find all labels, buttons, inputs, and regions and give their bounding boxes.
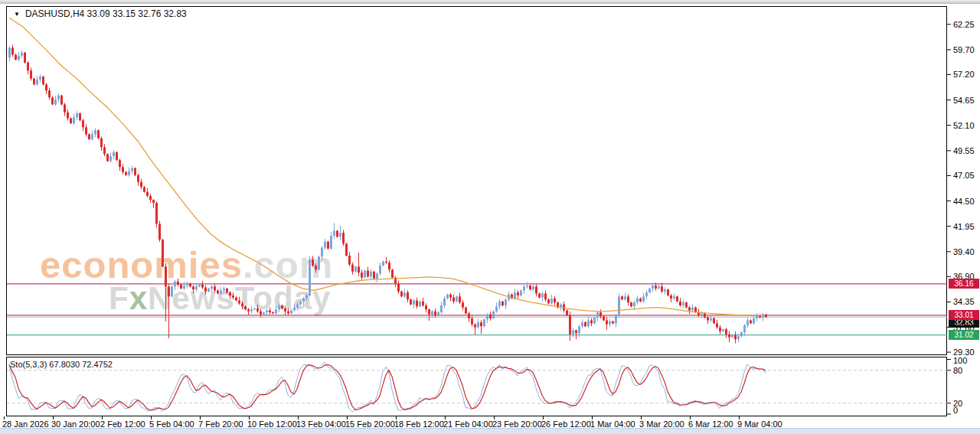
date-axis-label: 5 Feb 04:00 (149, 419, 194, 429)
date-axis-label: 23 Feb 20:00 (492, 419, 542, 429)
date-axis-label: 2 Feb 12:00 (100, 419, 145, 429)
price-axis-label: 57.20 (953, 70, 975, 79)
watermark-site-line: FxNewsToday (109, 280, 331, 317)
window-bottom-strip (0, 428, 980, 434)
date-axis-label: 18 Feb 12:00 (394, 419, 444, 429)
price-badge-support: 33.01 (949, 310, 979, 320)
stoch-axis-label: 100 (953, 356, 967, 365)
price-axis-label: 34.35 (953, 297, 975, 306)
stoch-axis-label: 80 (953, 366, 962, 375)
date-axis-label: 1 Mar 04:00 (590, 419, 635, 429)
price-axis-label: 62.25 (953, 20, 975, 29)
price-axis-label: 54.65 (953, 96, 975, 105)
price-badge-support: 31.02 (949, 330, 979, 340)
date-axis-label: 7 Feb 20:00 (198, 419, 243, 429)
symbol-dropdown-icon[interactable]: ▼ (14, 11, 20, 18)
date-axis-label: 9 Mar 04:00 (737, 419, 782, 429)
stochastic-indicator-label: Sto(5,3,3) 67.8030 72.4752 (10, 360, 113, 369)
stochastic-panel[interactable] (6, 357, 947, 416)
price-axis-label: 44.50 (953, 197, 975, 206)
price-axis-label: 39.40 (953, 247, 975, 256)
price-axis-label: 59.70 (953, 45, 975, 54)
date-axis-label: 6 Mar 12:00 (688, 419, 733, 429)
date-axis-label: 15 Feb 20:00 (345, 419, 395, 429)
date-axis-label: 13 Feb 04:00 (296, 419, 346, 429)
date-axis-label: 21 Feb 04:00 (443, 419, 493, 429)
price-axis-label: 52.10 (953, 121, 975, 130)
price-badge-resistance: 36.16 (949, 279, 979, 289)
date-axis-label: 30 Jan 20:00 (51, 419, 100, 429)
symbol-ohlc-title: DASHUSD,H4 33.09 33.15 32.76 32.83 (25, 8, 187, 19)
date-axis-label: 3 Mar 20:00 (639, 419, 684, 429)
date-axis-label: 26 Feb 12:00 (541, 419, 591, 429)
date-axis-label: 28 Jan 2026 (2, 419, 49, 429)
date-axis-label: 10 Feb 12:00 (247, 419, 297, 429)
price-axis-label: 47.05 (953, 171, 975, 180)
chart-title-bar: ▼DASHUSD,H4 33.09 33.15 32.76 32.83 (14, 8, 187, 19)
stoch-axis-label: 0 (953, 406, 958, 415)
watermark: economies.com FxNewsToday (0, 0, 947, 355)
price-axis-label: 49.55 (953, 146, 975, 155)
price-axis-label: 41.95 (953, 222, 975, 231)
